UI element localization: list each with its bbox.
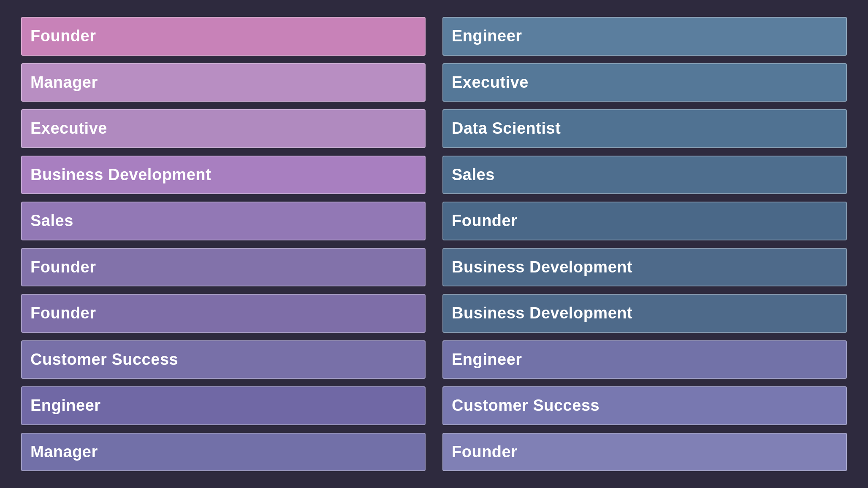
tag-item-left-10[interactable]: Manager (21, 433, 426, 472)
tag-item-left-7[interactable]: Founder (21, 294, 426, 333)
tag-label: Founder (30, 258, 96, 276)
tag-item-right-1[interactable]: Engineer (442, 17, 847, 56)
tag-item-right-9[interactable]: Customer Success (442, 386, 847, 425)
tag-item-right-3[interactable]: Data Scientist (442, 109, 847, 148)
tag-label: Data Scientist (452, 119, 561, 138)
tag-label: Manager (30, 73, 98, 92)
tag-label: Engineer (452, 27, 522, 45)
tag-label: Founder (452, 443, 517, 461)
tag-item-left-3[interactable]: Executive (21, 109, 426, 148)
tag-label: Engineer (452, 350, 522, 369)
tag-label: Customer Success (30, 350, 178, 369)
tag-label: Business Development (30, 166, 211, 184)
tag-label: Business Development (452, 304, 632, 322)
tag-item-right-4[interactable]: Sales (442, 156, 847, 194)
tag-item-right-6[interactable]: Business Development (442, 248, 847, 287)
tag-item-right-8[interactable]: Engineer (442, 340, 847, 379)
tag-label: Executive (452, 73, 529, 92)
tag-item-left-9[interactable]: Engineer (21, 386, 426, 425)
tag-item-right-5[interactable]: Founder (442, 202, 847, 240)
tag-item-right-7[interactable]: Business Development (442, 294, 847, 333)
tag-item-left-8[interactable]: Customer Success (21, 340, 426, 379)
tag-label: Customer Success (452, 396, 599, 415)
tag-label: Executive (30, 119, 107, 138)
tag-label: Engineer (30, 396, 101, 415)
tag-item-left-1[interactable]: Founder (21, 17, 426, 56)
tag-label: Founder (452, 212, 517, 230)
tag-label: Founder (30, 304, 96, 322)
tag-label: Sales (452, 166, 495, 184)
tag-label: Manager (30, 443, 98, 461)
tag-item-right-10[interactable]: Founder (442, 433, 847, 472)
tag-item-left-5[interactable]: Sales (21, 202, 426, 240)
tag-grid: FounderEngineerManagerExecutiveExecutive… (0, 0, 868, 488)
tag-item-left-6[interactable]: Founder (21, 248, 426, 287)
tag-label: Business Development (452, 258, 632, 276)
tag-label: Sales (30, 212, 73, 230)
tag-label: Founder (30, 27, 96, 45)
tag-item-right-2[interactable]: Executive (442, 63, 847, 102)
tag-item-left-4[interactable]: Business Development (21, 156, 426, 194)
tag-item-left-2[interactable]: Manager (21, 63, 426, 102)
